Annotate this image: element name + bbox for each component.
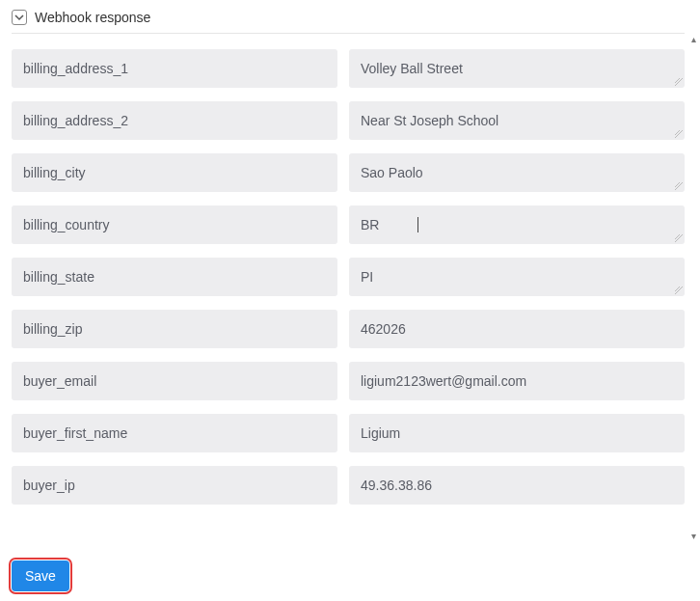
field-key[interactable]: buyer_ip: [12, 466, 337, 505]
field-key[interactable]: buyer_first_name: [12, 414, 337, 452]
field-value[interactable]: BR: [349, 205, 685, 244]
field-row: billing_citySao Paolo: [10, 153, 687, 192]
field-row: billing_address_2Near St Joseph School: [10, 101, 687, 140]
collapse-toggle[interactable]: [12, 10, 27, 25]
field-value[interactable]: 49.36.38.86: [349, 466, 685, 505]
field-row: buyer_first_nameLigium: [10, 414, 687, 452]
field-row: buyer_ip49.36.38.86: [10, 466, 687, 505]
field-key[interactable]: buyer_email: [12, 362, 337, 400]
save-button[interactable]: Save: [12, 560, 69, 591]
footer: Save: [12, 560, 69, 591]
field-row: billing_zip462026: [10, 310, 687, 348]
field-key[interactable]: billing_zip: [12, 310, 337, 348]
field-row: billing_statePI: [10, 258, 687, 296]
field-value[interactable]: PI: [349, 258, 685, 296]
field-value[interactable]: Volley Ball Street: [349, 49, 685, 88]
field-row: buyer_emailligium2123wert@gmail.com: [10, 362, 687, 400]
section-title: Webhook response: [35, 10, 150, 25]
field-key[interactable]: billing_city: [12, 153, 337, 192]
field-value[interactable]: Sao Paolo: [349, 153, 685, 192]
field-value[interactable]: 462026: [349, 310, 685, 348]
fields-scroll-area[interactable]: billing_address_1Volley Ball Streetbilli…: [10, 33, 687, 543]
field-key[interactable]: billing_country: [12, 205, 337, 244]
scroll-up-arrow[interactable]: ▴: [688, 35, 698, 44]
field-key[interactable]: billing_state: [12, 258, 337, 296]
field-value[interactable]: Near St Joseph School: [349, 101, 685, 140]
field-row: billing_countryBR: [10, 205, 687, 244]
field-key[interactable]: billing_address_2: [12, 101, 337, 140]
section-header: Webhook response: [0, 0, 700, 33]
divider: [12, 33, 685, 34]
field-value[interactable]: Ligium: [349, 414, 685, 452]
text-caret: [417, 217, 418, 232]
field-value[interactable]: ligium2123wert@gmail.com: [349, 362, 685, 400]
field-row: billing_address_1Volley Ball Street: [10, 49, 687, 88]
scroll-down-arrow[interactable]: ▾: [688, 532, 698, 541]
chevron-down-icon: [14, 13, 24, 22]
field-key[interactable]: billing_address_1: [12, 49, 337, 88]
